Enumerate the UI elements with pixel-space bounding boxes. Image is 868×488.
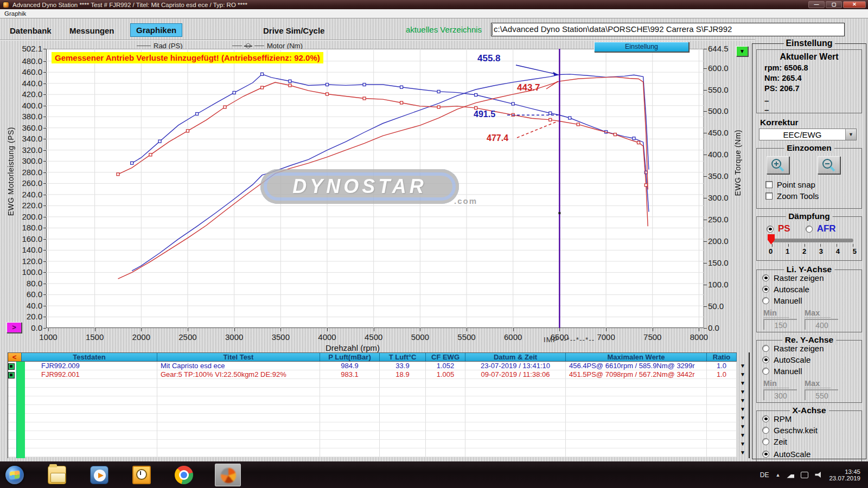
re-y-min-field[interactable]: 300 <box>763 389 797 400</box>
li-y-achse-option[interactable]: Manuell <box>762 296 861 305</box>
checkbox-icon[interactable] <box>765 192 773 200</box>
table-row[interactable]: ▼ <box>8 431 749 440</box>
table-row[interactable]: ▼ <box>8 405 749 414</box>
table-header-cell[interactable]: Testdaten <box>22 352 157 362</box>
row-checkbox[interactable] <box>8 363 15 370</box>
nav-graphiken-active[interactable]: Graphiken <box>130 23 182 37</box>
x-achse-option[interactable]: RPM <box>762 414 861 423</box>
li-y-achse-option[interactable]: Raster zeigen <box>762 273 861 282</box>
chevron-down-icon[interactable]: ▼ <box>845 129 856 140</box>
cell-datum-zeit <box>465 431 566 440</box>
network-icon[interactable] <box>787 472 794 478</box>
radio-icon[interactable] <box>762 451 769 458</box>
table-row[interactable]: FJR992.001Gear:5 TP:100% VI:22.50kgm2 DE… <box>8 370 749 379</box>
row-dropdown-arrow[interactable]: ▼ <box>737 370 749 379</box>
x-achse-scale-option[interactable]: AutoScale <box>762 450 861 459</box>
table-row[interactable]: ▼ <box>8 396 749 405</box>
einstellung-button[interactable]: Einstellung <box>594 42 689 52</box>
einzoomen-checkbox[interactable]: Zoom Tools <box>765 191 858 201</box>
daempfung-option[interactable]: PS <box>767 223 790 234</box>
row-dropdown-arrow[interactable]: ▼ <box>737 422 749 431</box>
re-y-max-field[interactable]: 550 <box>805 389 838 400</box>
radio-icon[interactable] <box>762 427 769 434</box>
damping-slider-track[interactable] <box>772 239 853 242</box>
radio-icon[interactable] <box>762 274 769 281</box>
tick-mark <box>43 172 46 173</box>
table-header-cell[interactable]: Titel Test <box>157 352 320 362</box>
row-dropdown-arrow[interactable]: ▼ <box>737 414 749 422</box>
close-button[interactable]: ✕ <box>843 1 866 8</box>
radio-icon[interactable] <box>762 345 769 352</box>
row-dropdown-arrow[interactable]: ▼ <box>737 440 749 448</box>
einzoomen-checkbox[interactable]: Point snap <box>765 180 858 189</box>
slider-tick-label: 1 <box>786 247 789 255</box>
radio-icon[interactable] <box>762 356 769 363</box>
minimize-button[interactable]: — <box>808 1 825 8</box>
table-header-cell[interactable]: Ratio <box>707 352 737 362</box>
radio-icon[interactable] <box>762 438 769 445</box>
x-achse-option[interactable]: Geschw.keit <box>762 426 861 435</box>
table-header-cell[interactable]: P Luft(mBar) <box>320 352 380 362</box>
volume-icon[interactable] <box>815 472 822 478</box>
dyno-app-taskbar-button[interactable] <box>215 464 241 486</box>
li-y-min-field[interactable]: 150 <box>763 319 797 330</box>
row-dropdown-arrow[interactable]: ▼ <box>737 396 749 405</box>
pan-right-button[interactable]: > <box>7 322 22 333</box>
korrektur-dropdown[interactable]: EEC/EWG ▼ <box>759 129 857 140</box>
table-header-cell[interactable]: Datum & Zeit <box>465 352 566 362</box>
maximize-button[interactable]: ▢ <box>826 1 842 8</box>
table-header-cell[interactable]: CF EWG <box>426 352 465 362</box>
current-directory-input[interactable]: c:\Advanced Dyno Station\data\PORSCHE\99… <box>491 23 845 36</box>
language-indicator[interactable]: DE <box>760 471 769 479</box>
zoom-out-button[interactable] <box>818 156 840 174</box>
table-row[interactable]: ▼ <box>8 448 749 457</box>
li-y-achse-option[interactable]: Autoscale <box>762 285 861 294</box>
cell-max-werte <box>566 431 707 440</box>
row-dropdown-arrow[interactable]: ▼ <box>737 388 749 396</box>
x-achse-option[interactable]: Zeit <box>762 437 861 446</box>
nav-drive-sim-cycle[interactable]: Drive Sim/Cycle <box>263 26 324 35</box>
show-hidden-icons-chevron[interactable]: ▲ <box>776 472 781 478</box>
row-dropdown-arrow[interactable]: ▼ <box>737 405 749 414</box>
checkbox-icon[interactable] <box>765 181 773 188</box>
media-player-icon[interactable] <box>90 466 108 484</box>
table-row[interactable]: ▼ <box>8 379 749 388</box>
table-row[interactable]: ▼ <box>8 414 749 422</box>
chrome-icon[interactable] <box>175 466 193 484</box>
explorer-icon[interactable] <box>48 466 66 484</box>
damping-slider-thumb[interactable] <box>768 234 775 245</box>
table-row[interactable]: ▼ <box>8 422 749 431</box>
re-y-achse-option[interactable]: AutoScale <box>762 355 861 364</box>
start-button[interactable] <box>5 466 24 484</box>
radio-icon[interactable] <box>767 226 774 233</box>
radio-icon[interactable] <box>762 297 769 304</box>
cell-p-luft <box>320 388 380 396</box>
power-icon[interactable] <box>801 472 808 478</box>
row-dropdown-arrow[interactable]: ▼ <box>737 362 749 370</box>
radio-icon[interactable] <box>762 368 769 375</box>
nav-datenbank[interactable]: Datenbank <box>10 26 52 35</box>
table-header-cell[interactable]: T Luft°C <box>380 352 426 362</box>
row-dropdown-arrow[interactable]: ▼ <box>737 448 749 457</box>
daempfung-option[interactable]: AFR <box>806 223 836 234</box>
re-y-achse-option[interactable]: Raster zeigen <box>762 344 861 353</box>
radio-icon[interactable] <box>806 226 813 233</box>
menu-item-graphik[interactable]: Graphik <box>0 10 30 17</box>
table-row[interactable]: ▼ <box>8 440 749 448</box>
radio-icon[interactable] <box>762 415 769 422</box>
nav-messungen[interactable]: Messungen <box>69 26 114 35</box>
table-row[interactable]: FJR992.009Mit Capristo esd ece984.933.91… <box>8 362 749 370</box>
scheduler-icon[interactable] <box>132 466 151 484</box>
taskbar-clock[interactable]: 13:45 23.07.2019 <box>829 468 860 481</box>
table-header-cell[interactable]: Maximalen Werte <box>566 352 707 362</box>
row-checkbox[interactable] <box>8 372 15 378</box>
table-row[interactable]: ▼ <box>8 388 749 396</box>
re-y-achse-option[interactable]: Manuell <box>762 367 861 376</box>
table-back-button[interactable]: < <box>8 352 22 362</box>
row-dropdown-arrow[interactable]: ▼ <box>737 431 749 440</box>
green-dropdown-button[interactable]: ▼ <box>736 46 748 56</box>
row-dropdown-arrow[interactable]: ▼ <box>737 379 749 388</box>
zoom-in-button[interactable] <box>767 156 789 174</box>
radio-icon[interactable] <box>762 286 769 293</box>
li-y-max-field[interactable]: 400 <box>805 319 838 330</box>
